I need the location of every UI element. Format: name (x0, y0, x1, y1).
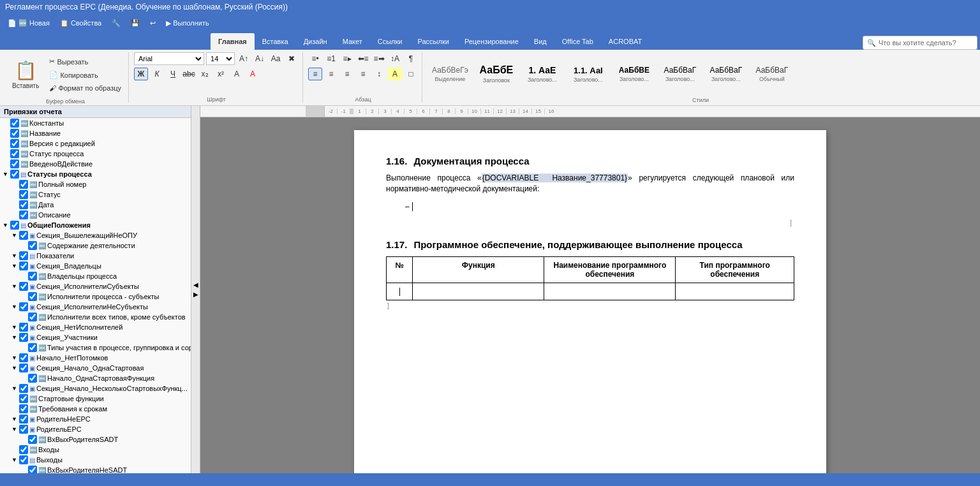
decrease-indent-button[interactable]: ⬅≡ (356, 52, 370, 65)
align-center-button[interactable]: ≡ (324, 68, 338, 80)
tree-item-general[interactable]: ▼▤ОбщиеПоложения (0, 220, 191, 230)
clear-format-button[interactable]: ✖ (285, 52, 299, 65)
tree-item-parent-no-epc[interactable]: ▼▣РодительНеEPC (0, 414, 191, 424)
properties-button[interactable]: 📋 Свойства (56, 18, 105, 29)
tree-checkbox-version[interactable] (10, 139, 19, 148)
tree-checkbox-start-funcs[interactable] (19, 394, 28, 403)
undo-button[interactable]: ↩ (146, 18, 160, 29)
tree-checkbox-outputs[interactable] (19, 455, 28, 464)
tree-checkbox-section-start2[interactable] (19, 384, 28, 393)
tree-item-activity[interactable]: 🔤Содержание деятельности (0, 240, 191, 251)
tree-checkbox-io-parent[interactable] (28, 435, 37, 444)
font-case-button[interactable]: Аа (269, 52, 283, 65)
tree-item-io-parent2[interactable]: 🔤ВхВыхРодителяНеSADT (0, 465, 191, 473)
tree-item-statuses[interactable]: ▼▤Статусы процесса (0, 169, 191, 179)
increase-indent-button[interactable]: ≡➡ (372, 52, 386, 65)
borders-button[interactable]: □ (404, 68, 418, 80)
tree-item-version[interactable]: 🔤Версия с редакцией (0, 138, 191, 149)
tab-review[interactable]: Рецензирование (457, 33, 526, 50)
tab-references[interactable]: Ссылки (370, 33, 410, 50)
style-item-2[interactable]: 1. АаЕ Заголово... (520, 52, 565, 96)
tree-checkbox-parent-epc[interactable] (19, 425, 28, 434)
tree-item-section-start2[interactable]: ▼▣Секция_Начало_НесколькоСтартовыхФункц.… (0, 383, 191, 394)
tree-item-part-types[interactable]: 🔤Типы участия в процессе, группировка и … (0, 342, 191, 353)
style-item-6[interactable]: АаБбВаГ Заголово... (704, 52, 748, 96)
icon-btn-1[interactable]: 🔧 (108, 18, 124, 29)
tree-checkbox-section-part[interactable] (19, 333, 28, 342)
doc-page[interactable]: 1.16. Документация процесса Выполнение п… (354, 130, 826, 473)
tree-item-io-parent[interactable]: 🔤ВхВыхРодителяSADT (0, 434, 191, 445)
tab-home[interactable]: Главная (211, 33, 255, 50)
tree-item-description[interactable]: 🔤Описание (0, 210, 191, 220)
tree-item-status[interactable]: 🔤Статус (0, 189, 191, 200)
paste-button[interactable]: 📋 Вставить (6, 52, 45, 97)
tree-checkbox-exec-subj[interactable] (28, 292, 37, 301)
tree-checkbox-full-number[interactable] (19, 180, 28, 189)
tree-checkbox-constants[interactable] (10, 119, 19, 128)
tab-layout[interactable]: Макет (335, 33, 370, 50)
style-item-4[interactable]: АаБбВЕ Заголово... (612, 52, 657, 96)
tree-checkbox-inputs[interactable] (19, 445, 28, 454)
align-justify-button[interactable]: ≡ (356, 68, 370, 80)
bold-button[interactable]: Ж (134, 68, 148, 80)
tab-view[interactable]: Вид (526, 33, 554, 50)
row-type-cell[interactable] (676, 283, 794, 300)
numbering-button[interactable]: ≡1 (324, 52, 338, 65)
tree-checkbox-name[interactable] (10, 129, 19, 138)
style-item-3[interactable]: 1.1. АаI Заголово... (566, 52, 611, 96)
tree-checkbox-date[interactable] (19, 200, 28, 209)
tree-checkbox-section-exec[interactable] (19, 282, 28, 291)
tab-acrobat[interactable]: ACROBAT (601, 33, 650, 50)
show-marks-button[interactable]: ¶ (404, 52, 418, 65)
tab-design[interactable]: Дизайн (296, 33, 335, 50)
shading-button[interactable]: A (388, 68, 402, 80)
tree-item-one-start-func[interactable]: 🔤Начало_ОднаСтартоваяФункция (0, 373, 191, 383)
font-name-select[interactable]: Arial (134, 52, 204, 65)
tree-item-full-number[interactable]: 🔤Полный номер (0, 179, 191, 189)
tree-item-outputs[interactable]: ▼▤Выходы (0, 455, 191, 465)
tree-item-parent-epc[interactable]: ▼▣РодительEPC (0, 424, 191, 434)
tree-checkbox-part-types[interactable] (28, 343, 37, 352)
help-search-input[interactable]: 🔍 Что вы хотите сделать? (863, 36, 977, 50)
tree-item-exec-all[interactable]: 🔤Исполнители всех типов, кроме субъектов (0, 312, 191, 322)
tree-checkbox-section-no-exec[interactable] (19, 323, 28, 332)
tree-item-proc-owners[interactable]: 🔤Владельцы процесса (0, 271, 191, 281)
tree-checkbox-section-high[interactable] (19, 231, 28, 240)
cursor-item[interactable] (412, 202, 413, 211)
underline-button[interactable]: Ч (166, 68, 180, 80)
tree-checkbox-proc-status[interactable] (10, 149, 19, 158)
tree-checkbox-activity[interactable] (28, 241, 37, 250)
line-spacing-button[interactable]: ↕ (372, 68, 386, 80)
tree-checkbox-description[interactable] (19, 210, 28, 219)
bullets-button[interactable]: ≡• (308, 52, 322, 65)
tree-checkbox-section-owners[interactable] (19, 261, 28, 270)
style-item-0[interactable]: АаБбВеГэ Выделение (427, 52, 473, 96)
tree-item-indicators[interactable]: ▼▤Показатели (0, 251, 191, 261)
tree-item-req-deadlines[interactable]: 🔤Требования к срокам (0, 404, 191, 414)
tree-item-section-owners[interactable]: ▼▣Секция_Владельцы (0, 261, 191, 271)
tree-checkbox-section-start[interactable] (19, 364, 28, 372)
tab-insert[interactable]: Вставка (255, 33, 296, 50)
tree-item-entered[interactable]: 🔤ВведеноВДействие (0, 159, 191, 169)
tree-item-section-high[interactable]: ▼▣Секция_ВышележащийНеОПУ (0, 230, 191, 240)
tree-checkbox-req-deadlines[interactable] (19, 404, 28, 413)
strikethrough-button[interactable]: abc (182, 68, 196, 80)
tree-item-exec-subj[interactable]: 🔤Исполнители процесса - субъекты (0, 291, 191, 302)
tree-item-section-exec2[interactable]: ▼▣Секция_ИсполнителиНеСубъекты (0, 302, 191, 312)
run-button[interactable]: ▶ Выполнить (162, 18, 212, 29)
highlight-button[interactable]: A (230, 68, 244, 80)
tree-checkbox-proc-owners[interactable] (28, 272, 37, 281)
tree-checkbox-parent-no-epc[interactable] (19, 415, 28, 423)
tab-mailings[interactable]: Рассылки (410, 33, 457, 50)
tree-checkbox-indicators[interactable] (19, 251, 28, 260)
style-item-5[interactable]: АаБбВаГ Заголово... (658, 52, 702, 96)
tree-container[interactable]: 🔤Константы 🔤Название 🔤Версия с редакцией… (0, 118, 191, 473)
multi-list-button[interactable]: ≡▸ (340, 52, 354, 65)
tree-item-constants[interactable]: 🔤Константы (0, 118, 191, 128)
panel-collapse-arrows[interactable]: ◀ ▶ (191, 106, 200, 473)
format-painter-button[interactable]: 🖌 Формат по образцу (46, 82, 124, 94)
row-name-cell[interactable] (544, 283, 676, 300)
tree-checkbox-one-start-func[interactable] (28, 374, 37, 383)
doc-scroll[interactable]: 1.16. Документация процесса Выполнение п… (200, 117, 980, 473)
tab-officetab[interactable]: Office Tab (554, 33, 601, 50)
